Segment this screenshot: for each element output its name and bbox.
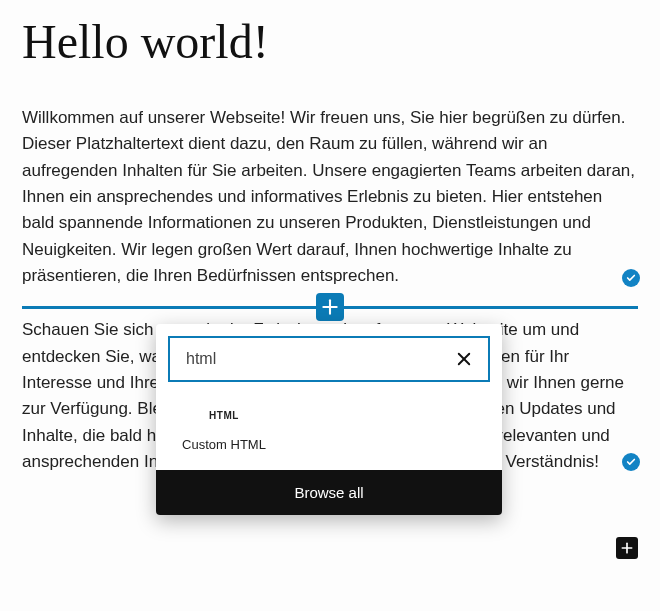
page-title[interactable]: Hello world! bbox=[22, 14, 638, 69]
block-inserter-popover: HTML Custom HTML Browse all bbox=[156, 324, 502, 515]
add-block-floating-button[interactable] bbox=[616, 537, 638, 559]
paragraph-block-1[interactable]: Willkommen auf unserer Webseite! Wir fre… bbox=[22, 105, 638, 289]
block-search-input[interactable] bbox=[184, 349, 450, 369]
block-result-label: Custom HTML bbox=[178, 437, 270, 452]
browse-all-button[interactable]: Browse all bbox=[156, 470, 502, 515]
clear-search-button[interactable] bbox=[450, 345, 478, 373]
block-result-custom-html[interactable]: HTML Custom HTML bbox=[164, 394, 284, 470]
block-search-field-wrap bbox=[168, 336, 490, 382]
html-block-icon: HTML bbox=[178, 410, 270, 421]
